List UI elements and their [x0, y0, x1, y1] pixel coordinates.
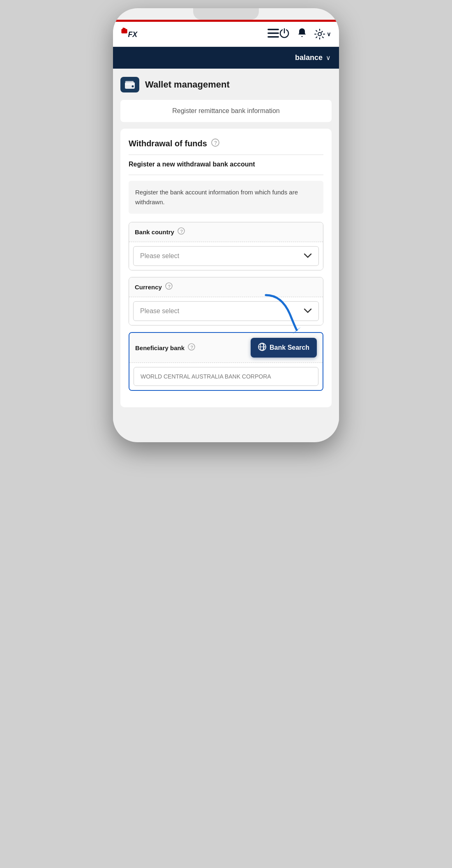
hamburger-button[interactable]: [268, 29, 279, 39]
svg-text:?: ?: [168, 284, 171, 289]
sub-card-breadcrumb: Register remittance bank information: [120, 100, 332, 122]
header-nav: FXON: [113, 22, 339, 47]
sub-divider: [129, 175, 323, 175]
section-help-icon[interactable]: ?: [211, 139, 219, 149]
currency-select[interactable]: Please select: [133, 301, 319, 321]
bank-search-button[interactable]: Bank Search: [251, 338, 317, 358]
info-text: Register the bank account information fr…: [135, 189, 298, 205]
main-content: Wallet management Register remittance ba…: [113, 69, 339, 422]
subsection-title: Register a new withdrawal bank account: [129, 161, 323, 168]
bank-country-help-icon[interactable]: ?: [178, 227, 185, 237]
currency-field-group: Currency ? Please select: [129, 277, 323, 326]
nav-icons: ∨: [279, 28, 331, 41]
section-divider: [129, 155, 323, 155]
bank-country-chevron-icon: [304, 253, 312, 259]
currency-chevron-icon: [304, 308, 312, 314]
bank-name-input[interactable]: [134, 367, 318, 386]
wallet-icon-box: [120, 77, 139, 92]
page-title: Wallet management: [145, 79, 230, 90]
bank-country-label-row: Bank country ?: [129, 222, 323, 242]
settings-icon[interactable]: ∨: [314, 29, 331, 39]
currency-placeholder: Please select: [140, 307, 179, 315]
bank-country-select-wrapper: Please select: [129, 242, 323, 270]
svg-rect-4: [268, 32, 279, 34]
svg-point-9: [132, 85, 134, 88]
currency-select-wrapper: Please select: [129, 297, 323, 325]
svg-text:?: ?: [214, 140, 217, 146]
bank-country-select[interactable]: Please select: [133, 246, 319, 266]
globe-icon: [258, 343, 266, 353]
currency-label: Currency: [135, 284, 162, 291]
beneficiary-bank-label: Beneficiary bank: [135, 344, 184, 351]
breadcrumb-text: Register remittance bank information: [172, 107, 279, 114]
balance-chevron: ∨: [326, 54, 331, 62]
section-title-text: Withdrawal of funds: [129, 139, 207, 148]
bank-country-placeholder: Please select: [140, 252, 179, 260]
svg-text:FXON: FXON: [128, 30, 138, 39]
wallet-icon: [125, 80, 135, 89]
svg-rect-3: [268, 29, 279, 30]
currency-help-icon[interactable]: ?: [165, 282, 173, 292]
phone-notch: [193, 8, 259, 20]
settings-chevron: ∨: [327, 31, 331, 37]
svg-text:?: ?: [191, 344, 194, 349]
bank-country-field-group: Bank country ? Please select: [129, 222, 323, 270]
beneficiary-bank-field-group: Beneficiary bank ?: [129, 332, 323, 391]
info-box: Register the bank account information fr…: [129, 181, 323, 214]
beneficiary-bank-left: Beneficiary bank ?: [135, 343, 195, 353]
bank-search-label: Bank Search: [270, 344, 309, 351]
svg-rect-5: [268, 36, 279, 38]
beneficiary-bank-label-row: Beneficiary bank ?: [129, 333, 323, 363]
svg-point-6: [318, 32, 321, 36]
page-title-area: Wallet management: [120, 77, 332, 92]
bank-country-label: Bank country: [135, 229, 174, 235]
fxon-logo-icon: FXON: [121, 28, 138, 41]
svg-rect-8: [125, 83, 135, 85]
bell-icon[interactable]: [297, 28, 307, 41]
phone-frame: FXON: [113, 8, 339, 442]
logo-area: FXON: [121, 28, 258, 41]
currency-label-row: Currency ?: [129, 277, 323, 297]
balance-bar[interactable]: balance ∨: [113, 47, 339, 69]
svg-text:?: ?: [180, 229, 183, 234]
bank-input-wrapper: [129, 363, 323, 390]
power-icon[interactable]: [279, 28, 290, 41]
form-card: Withdrawal of funds ? Register a new wit…: [120, 129, 332, 407]
balance-label: balance: [295, 53, 323, 62]
section-title-area: Withdrawal of funds ?: [129, 139, 323, 149]
beneficiary-bank-help-icon[interactable]: ?: [188, 343, 195, 353]
